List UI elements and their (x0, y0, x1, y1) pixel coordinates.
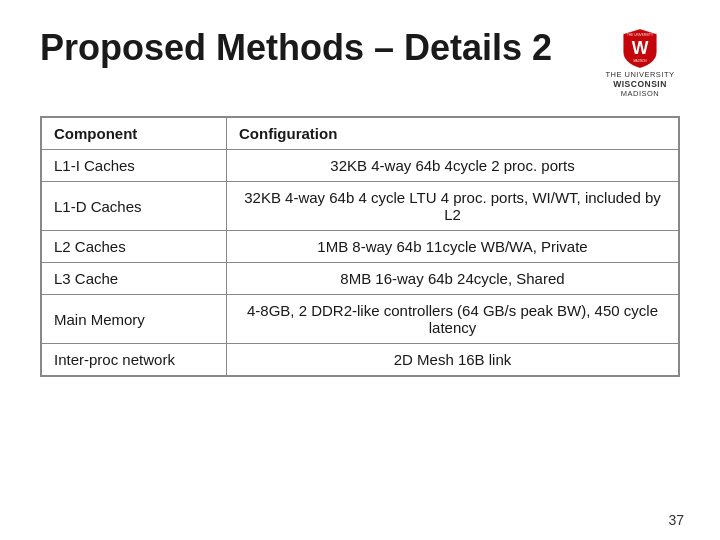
cell-component: Main Memory (42, 295, 227, 344)
slide: Proposed Methods – Details 2 W THE UNIVE… (0, 0, 720, 540)
slide-title: Proposed Methods – Details 2 (40, 28, 600, 68)
data-table: Component Configuration L1-I Caches32KB … (41, 117, 679, 376)
cell-configuration: 2D Mesh 16B link (227, 344, 679, 376)
cell-configuration: 32KB 4-way 64b 4 cycle LTU 4 proc. ports… (227, 182, 679, 231)
cell-component: L2 Caches (42, 231, 227, 263)
table-row: L1-D Caches32KB 4-way 64b 4 cycle LTU 4 … (42, 182, 679, 231)
svg-text:MADISON: MADISON (633, 59, 646, 63)
cell-component: Inter-proc network (42, 344, 227, 376)
cell-configuration: 32KB 4-way 64b 4cycle 2 proc. ports (227, 150, 679, 182)
table-row: L2 Caches1MB 8-way 64b 11cycle WB/WA, Pr… (42, 231, 679, 263)
page-number: 37 (668, 512, 684, 528)
university-name: WISCONSIN (605, 79, 674, 89)
cell-configuration: 4-8GB, 2 DDR2-like controllers (64 GB/s … (227, 295, 679, 344)
table-row: Inter-proc network2D Mesh 16B link (42, 344, 679, 376)
uw-logo-icon: W THE UNIVERSITY MADISON (610, 28, 670, 69)
university-city: MADISON (605, 89, 674, 98)
header-component: Component (42, 118, 227, 150)
table-row: Main Memory4-8GB, 2 DDR2-like controller… (42, 295, 679, 344)
cell-component: L1-I Caches (42, 150, 227, 182)
svg-text:THE UNIVERSITY: THE UNIVERSITY (627, 33, 654, 37)
cell-component: L1-D Caches (42, 182, 227, 231)
cell-configuration: 1MB 8-way 64b 11cycle WB/WA, Private (227, 231, 679, 263)
svg-text:W: W (632, 38, 649, 58)
cell-component: L3 Cache (42, 263, 227, 295)
table-row: L1-I Caches32KB 4-way 64b 4cycle 2 proc.… (42, 150, 679, 182)
data-table-wrapper: Component Configuration L1-I Caches32KB … (40, 116, 680, 377)
header-configuration: Configuration (227, 118, 679, 150)
logo-text: THE UNIVERSITY WISCONSIN MADISON (605, 70, 674, 98)
logo-area: W THE UNIVERSITY MADISON THE UNIVERSITY … (600, 28, 680, 98)
cell-configuration: 8MB 16-way 64b 24cycle, Shared (227, 263, 679, 295)
table-header-row: Component Configuration (42, 118, 679, 150)
header-area: Proposed Methods – Details 2 W THE UNIVE… (40, 28, 680, 98)
table-row: L3 Cache8MB 16-way 64b 24cycle, Shared (42, 263, 679, 295)
university-label: THE UNIVERSITY (605, 70, 674, 79)
